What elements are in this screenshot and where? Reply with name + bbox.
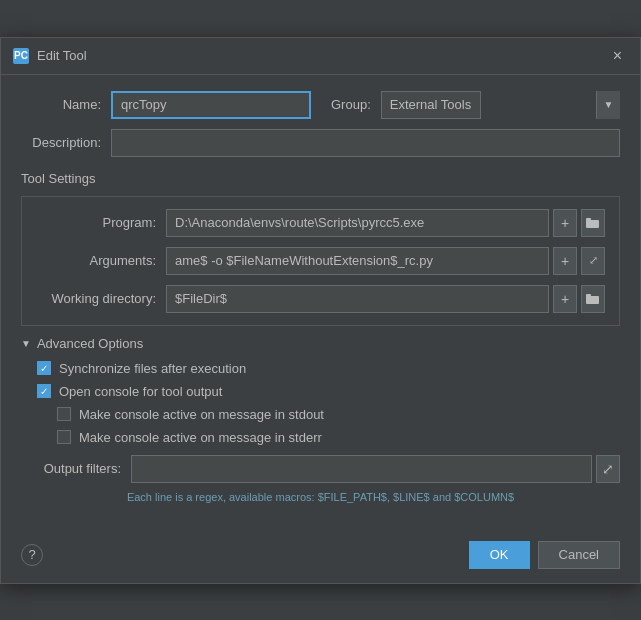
title-bar: PC Edit Tool ×: [1, 38, 640, 75]
advanced-options-section: ▼ Advanced Options Synchronize files aft…: [21, 336, 620, 445]
program-input[interactable]: [166, 209, 549, 237]
program-folder-button[interactable]: [581, 209, 605, 237]
output-filters-input-wrap: ⤢: [131, 455, 620, 483]
name-input[interactable]: [111, 91, 311, 119]
sync-files-checkbox[interactable]: [37, 361, 51, 375]
close-button[interactable]: ×: [607, 46, 628, 66]
name-group-row: Name: Group: External Tools Default ▼: [21, 91, 620, 119]
ok-button[interactable]: OK: [469, 541, 530, 569]
arguments-input[interactable]: [166, 247, 549, 275]
group-label: Group:: [331, 97, 381, 112]
name-label: Name:: [21, 97, 111, 112]
group-select-wrapper: External Tools Default ▼: [381, 91, 620, 119]
program-input-wrap: +: [166, 209, 605, 237]
working-directory-label: Working directory:: [36, 291, 166, 306]
svg-rect-3: [586, 294, 591, 297]
edit-tool-dialog: PC Edit Tool × Name: Group: External Too…: [0, 37, 641, 584]
app-icon: PC: [13, 48, 29, 64]
make-active-stdout-checkbox[interactable]: [57, 407, 71, 421]
output-filters-label: Output filters:: [21, 461, 131, 476]
open-console-row: Open console for tool output: [21, 384, 620, 399]
collapse-icon: ▼: [21, 338, 31, 349]
working-directory-input[interactable]: [166, 285, 549, 313]
description-row: Description:: [21, 129, 620, 157]
working-directory-input-wrap: +: [166, 285, 605, 313]
title-bar-left: PC Edit Tool: [13, 48, 87, 64]
dialog-title: Edit Tool: [37, 48, 87, 63]
dialog-footer: ? OK Cancel: [1, 533, 640, 583]
svg-rect-0: [586, 220, 599, 228]
svg-rect-2: [586, 296, 599, 304]
output-filters-row: Output filters: ⤢: [21, 455, 620, 483]
make-active-stderr-label: Make console active on message in stderr: [79, 430, 322, 445]
dropdown-arrow-icon: ▼: [596, 91, 620, 119]
tool-settings-title: Tool Settings: [21, 171, 620, 186]
dialog-content: Name: Group: External Tools Default ▼ De…: [1, 75, 640, 533]
program-label: Program:: [36, 215, 166, 230]
expand-icon: ⤢: [589, 254, 598, 267]
footer-buttons: OK Cancel: [469, 541, 620, 569]
hint-text: Each line is a regex, available macros: …: [21, 491, 620, 503]
arguments-expand-button[interactable]: ⤢: [581, 247, 605, 275]
output-filters-expand-button[interactable]: ⤢: [596, 455, 620, 483]
group-select[interactable]: External Tools Default: [381, 91, 481, 119]
open-console-checkbox[interactable]: [37, 384, 51, 398]
make-active-stdout-label: Make console active on message in stdout: [79, 407, 324, 422]
cancel-button[interactable]: Cancel: [538, 541, 620, 569]
arguments-add-button[interactable]: +: [553, 247, 577, 275]
tool-settings-section: Program: + Arguments: +: [21, 196, 620, 326]
working-dir-add-button[interactable]: +: [553, 285, 577, 313]
make-active-stderr-checkbox[interactable]: [57, 430, 71, 444]
output-filters-expand-icon: ⤢: [602, 461, 614, 477]
sync-files-row: Synchronize files after execution: [21, 361, 620, 376]
sync-files-label: Synchronize files after execution: [59, 361, 246, 376]
advanced-options-header[interactable]: ▼ Advanced Options: [21, 336, 620, 351]
arguments-row: Arguments: + ⤢: [36, 247, 605, 275]
make-active-stderr-row: Make console active on message in stderr: [21, 430, 620, 445]
description-label: Description:: [21, 135, 111, 150]
open-console-label: Open console for tool output: [59, 384, 222, 399]
advanced-options-title: Advanced Options: [37, 336, 143, 351]
description-input[interactable]: [111, 129, 620, 157]
program-row: Program: +: [36, 209, 605, 237]
program-add-button[interactable]: +: [553, 209, 577, 237]
arguments-label: Arguments:: [36, 253, 166, 268]
working-dir-folder-button[interactable]: [581, 285, 605, 313]
output-filters-input[interactable]: [131, 455, 592, 483]
svg-rect-1: [586, 218, 591, 221]
help-button[interactable]: ?: [21, 544, 43, 566]
arguments-input-wrap: + ⤢: [166, 247, 605, 275]
make-active-stdout-row: Make console active on message in stdout: [21, 407, 620, 422]
working-directory-row: Working directory: +: [36, 285, 605, 313]
